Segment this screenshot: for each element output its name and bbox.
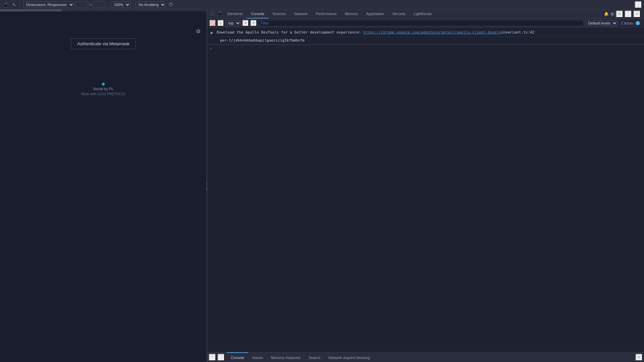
social-by-label: Social by PL [93,87,113,91]
timer-icon-btn[interactable]: ⏱ [167,1,174,8]
clear-console-btn[interactable]: 🚫 [209,20,216,26]
preserve-log-btn[interactable]: ⊘ [217,20,224,26]
social-status-dot [102,83,105,85]
tab-count-badge: 1 [610,12,614,16]
devtools-tabs: ⬚ 📱 Elements Console Sources Network Per… [207,9,644,19]
social-made-with-label: Made with LENS PROTOCOL [81,92,125,96]
filter-input[interactable] [258,20,584,26]
issues-count-badge: 1 [636,21,640,25]
prompt-arrow: › [210,46,211,51]
bottom-tab-console[interactable]: Console [227,352,248,362]
bottom-right: ✕ [635,352,643,362]
width-input[interactable]: 770 [75,1,88,8]
close-bottom-panel-btn[interactable]: ✕ [635,354,643,361]
devtools-kebab-btn[interactable]: ⋮ [625,10,632,18]
webpage-content: ⚙ Authenticate via Metamask Social by PL… [0,11,207,362]
devtools-tab-icons: 🔔 1 ⚙ ⋮ ✕ [602,9,643,18]
notifications-icon: 🔔 [604,12,609,16]
bottom-tabbar: ✎ ⋮ Console Issues Memory Inspector Sear… [207,352,644,362]
main-area: ⚙ Authenticate via Metamask Social by PL… [0,9,644,362]
tab-memory[interactable]: Memory [341,9,362,18]
bottom-tab-search[interactable]: Search [305,352,324,362]
tabs-spacer [436,9,602,18]
authenticate-button[interactable]: Authenticate via Metamask [71,38,136,49]
devtools-close-btn[interactable]: ✕ [633,10,641,18]
inspect-element-btn[interactable]: ⬚ [209,9,216,17]
devtools-settings-btn[interactable]: ⚙ [616,10,623,18]
message-expand-arrow[interactable]: ▶ [211,30,213,35]
drag-line-1 [206,181,207,185]
bottom-tab-network-blocking[interactable]: Network request blocking [324,352,374,362]
dimension-x-separator: × [90,3,92,7]
cursor-btn[interactable]: ↖ [11,1,18,8]
tab-application[interactable]: Application [362,9,388,18]
console-content: ▶ Download the Apollo DevTools for a bet… [207,27,644,352]
console-message-text: Download the Apollo DevTools for a bette… [217,30,534,36]
console-message-line2: per-t/jdkknkkbebbapilgoecccig1kfbmbnfm [217,38,305,44]
bottom-left-icons: ✎ ⋮ [209,352,225,362]
console-input[interactable] [213,47,641,51]
devtools-panel: ⬚ 📱 Elements Console Sources Network Per… [207,9,644,362]
device-emulation-btn[interactable]: 📱 [216,9,223,17]
console-message-link[interactable]: https://chrome.google.com/webstore/detai… [363,30,501,35]
social-info: Social by PL Made with LENS PROTOCOL [81,83,125,96]
device-toggle-btn[interactable]: 📱 [2,1,9,8]
toolbar-more-btn[interactable]: ⋮ [635,1,642,8]
toolbar-sep-3 [133,2,133,7]
bottom-kebab-btn[interactable]: ⋮ [217,354,225,361]
tab-security[interactable]: Security [388,9,410,18]
devtools-secondary-toolbar: 🚫 ⊘ top ▼ 👁 Default levels 1 Issue: 1 [207,19,644,27]
context-dropdown-arrow[interactable]: ▼ [242,20,249,26]
resize-handle[interactable] [205,179,207,192]
issues-button[interactable]: 1 Issue: 1 [619,21,642,25]
dimensions-select[interactable]: Dimensions: Responsive [23,1,74,8]
height-input[interactable]: 984 [93,1,106,8]
console-message-suffix: invariant.ts:42 [501,30,534,35]
tab-network[interactable]: Network [290,9,312,18]
console-pencil-btn[interactable]: ✎ [209,354,216,361]
console-message-apollo: ▶ Download the Apollo DevTools for a bet… [207,29,644,37]
issues-label: 1 Issue: [621,21,634,25]
context-dropdown[interactable]: top [225,20,241,26]
toolbar-sep-2 [108,2,108,7]
throttle-select[interactable]: No throttling [136,1,166,8]
top-toolbar: 📱 ↖ Dimensions: Responsive 770 × 984 100… [0,0,644,9]
console-prompt: › [207,45,644,52]
bottom-tab-issues[interactable]: Issues [248,352,267,362]
default-levels-select[interactable]: Default levels [585,20,618,26]
webpage-preview: ⚙ Authenticate via Metamask Social by PL… [0,9,207,362]
tab-performance[interactable]: Performance [312,9,341,18]
console-message-apollo-2: per-t/jdkknkkbebbapilgoecccig1kfbmbnfm [207,37,644,45]
tab-sources[interactable]: Sources [268,9,290,18]
drag-line-2 [206,186,207,190]
tab-elements[interactable]: Elements [223,9,247,18]
toolbar-sep-1 [20,2,21,7]
eye-icon-btn[interactable]: 👁 [250,20,257,26]
bottom-tab-memory-inspector[interactable]: Memory Inspector [267,352,305,362]
zoom-select[interactable]: 100% [111,1,130,8]
settings-gear-icon[interactable]: ⚙ [195,27,202,35]
tab-console[interactable]: Console [247,9,268,18]
tab-lighthouse[interactable]: Lighthouse [410,9,436,18]
